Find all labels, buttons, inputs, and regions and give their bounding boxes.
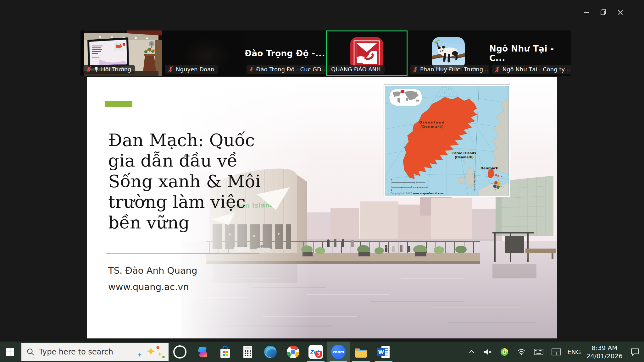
edge-icon	[263, 345, 278, 359]
cortana-button[interactable]	[169, 342, 191, 362]
presenter-website: www.quang.ac.vn	[108, 282, 189, 292]
copilot-button[interactable]	[191, 342, 214, 362]
map-canvas: Greenland (Denmark) Faroe Islands (Denma…	[385, 86, 509, 196]
presenter-name: TS. Đào Anh Quang	[108, 265, 197, 276]
zalo-button[interactable]: Zalo 3	[304, 342, 327, 362]
zoom-button[interactable]: zoom	[327, 342, 350, 362]
shared-screen-slide: green island	[87, 77, 557, 338]
chrome-icon	[286, 345, 300, 359]
search-placeholder: Type here to search	[39, 348, 135, 356]
system-tray: ENG 8:39 AM 24/01/2026	[464, 342, 644, 362]
map-label-greenland: Greenland	[419, 120, 445, 124]
word-icon: W	[376, 345, 391, 359]
pin-icon	[94, 66, 99, 72]
taskbar-search[interactable]: Type here to search	[21, 343, 169, 361]
map-label-greenland-note: (Denmark)	[420, 125, 444, 129]
map-copyright: Copyright © 2017	[391, 192, 413, 195]
close-button[interactable]	[613, 6, 628, 19]
antivirus-tray-button[interactable]	[496, 342, 513, 362]
clock-time: 8:39 AM	[591, 344, 617, 352]
edge-button[interactable]	[259, 342, 282, 362]
participant-name: Ngô Như Tại - Công ty ...	[502, 66, 571, 73]
wifi-icon	[517, 348, 525, 355]
participant-name: Nguyen Doan	[176, 66, 214, 73]
zalo-icon: Zalo 3	[308, 345, 323, 359]
participant-tile-nguyen-doan[interactable]: Nguyen Doan	[162, 30, 244, 76]
scale-zero-miles: 0	[391, 179, 392, 182]
chevron-up-icon	[468, 348, 475, 356]
sparkles-icon	[135, 345, 166, 359]
volume-button[interactable]	[480, 342, 496, 362]
map-label-faroe: Faroe Islands	[452, 151, 476, 155]
windows-start-icon	[6, 348, 14, 356]
word-button[interactable]: W	[372, 342, 395, 362]
slide-title: Đan Mạch: Quốc gia dẫn đầu về Sống xanh …	[108, 130, 267, 233]
wifi-button[interactable]	[513, 342, 530, 362]
denmark-map: Greenland (Denmark) Faroe Islands (Denma…	[384, 85, 510, 197]
participant-tile-quang-dao-anh[interactable]: QUANG ĐÀO ANH	[326, 30, 408, 76]
participant-name-chip: Ngô Như Tại - Công ty ...	[492, 65, 571, 74]
participant-name: Phan Huy Đức- Trường ...	[420, 66, 489, 73]
participant-tile-hoi-truong[interactable]: Hội Trường	[80, 30, 162, 76]
world-inset	[389, 89, 422, 106]
participant-name-chip: Nguyen Doan	[165, 65, 218, 74]
mic-off-icon	[413, 66, 418, 73]
mic-off-icon	[86, 66, 92, 73]
minimize-button[interactable]	[579, 6, 594, 19]
antivirus-icon	[500, 348, 509, 356]
language-indicator[interactable]: ENG	[565, 342, 583, 362]
participant-name: QUANG ĐÀO ANH	[331, 66, 381, 73]
file-explorer-icon	[354, 345, 368, 359]
word-letter: W	[378, 349, 384, 355]
chrome-button[interactable]	[282, 342, 304, 362]
divider-line	[106, 253, 259, 254]
store-button[interactable]	[214, 342, 236, 362]
map-label-denmark: Denmark	[480, 166, 498, 170]
minimize-icon	[583, 9, 590, 16]
mic-off-icon	[249, 66, 254, 73]
participant-name: Đào Trọng Độ - Cục GD...	[256, 66, 326, 73]
keyboard-icon	[534, 348, 543, 356]
zoom-wordmark: zoom	[333, 350, 344, 354]
restore-button[interactable]	[596, 6, 611, 19]
scale-kilometers: 500 Kilometers	[413, 186, 428, 189]
close-icon	[617, 9, 624, 16]
tablet-layout-icon	[552, 348, 561, 356]
map-label-faroe-note: (Denmark)	[455, 156, 474, 159]
mic-off-icon	[495, 66, 500, 73]
cortana-icon	[173, 345, 186, 359]
restore-icon	[600, 9, 607, 16]
store-icon	[218, 345, 232, 359]
file-explorer-button[interactable]	[350, 342, 372, 362]
map-copyright-site: www.mapsofworld.com	[413, 192, 443, 195]
language-code: ENG	[567, 348, 581, 356]
scale-zero-km: 0	[391, 189, 392, 191]
participant-name: Hội Trường	[101, 66, 131, 73]
window-controls	[579, 6, 628, 19]
speaker-muted-icon	[483, 348, 492, 356]
accent-bar	[105, 101, 132, 107]
clock-date: 24/01/2026	[586, 352, 623, 360]
touch-keyboard-button[interactable]	[530, 342, 547, 362]
copilot-icon	[196, 345, 209, 359]
search-icon	[26, 348, 35, 356]
notification-bubble-icon	[630, 348, 639, 356]
clock[interactable]: 8:39 AM 24/01/2026	[583, 342, 626, 362]
action-center-button[interactable]	[626, 342, 644, 362]
zoom-icon: zoom	[331, 345, 346, 359]
participant-tile-dao-trong-do[interactable]: Đào Trọng Độ -... Đào Trọng Độ - Cục GD.…	[244, 30, 326, 76]
participant-tile-ngo-nhu-tai[interactable]: Ngô Như Tại - C... Ngô Như Tại - Công ty…	[489, 30, 571, 76]
map-label-prime-meridian: PRIME MERIDIAN	[474, 171, 476, 191]
calculator-button[interactable]	[236, 342, 259, 362]
zalo-badge: 3	[315, 351, 322, 358]
participant-name-chip: Hội Trường	[83, 65, 135, 74]
tablet-mode-button[interactable]	[547, 342, 565, 362]
calculator-icon	[241, 345, 255, 359]
participant-tile-phan-huy-duc[interactable]: Phan Huy Đức- Trường ...	[408, 30, 489, 76]
zoom-meeting-window: Hội Trường Nguyen Doan Đào Trọng Độ -...	[0, 0, 644, 362]
mic-off-icon	[168, 66, 174, 73]
tray-expand-button[interactable]	[464, 342, 480, 362]
start-button[interactable]	[0, 342, 20, 362]
scale-miles: 500 Miles	[416, 181, 426, 184]
participant-name-chip: Đào Trọng Độ - Cục GD...	[247, 65, 326, 74]
